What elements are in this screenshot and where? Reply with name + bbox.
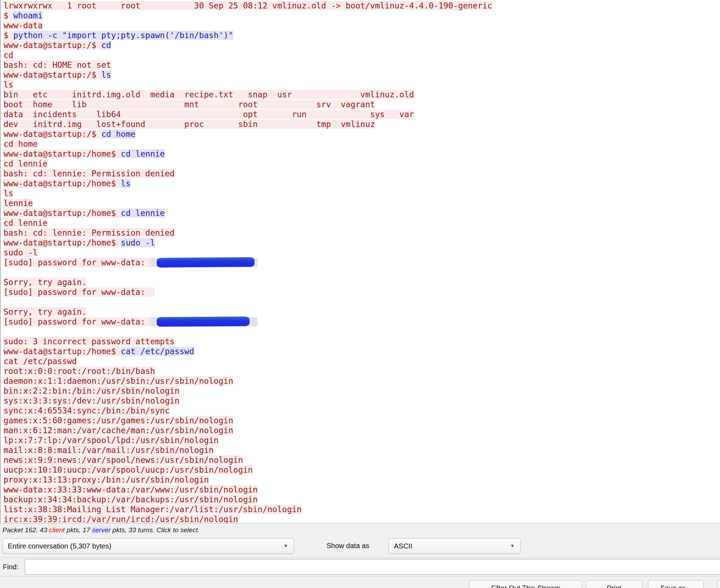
stream-line[interactable]: list:x:38:38:Mailing List Manager:/var/l… bbox=[4, 504, 720, 514]
stream-line[interactable]: games:x:5:60:games:/usr/games:/usr/sbin/… bbox=[4, 416, 720, 425]
dropdown-arrow-icon: ▼ bbox=[510, 543, 515, 548]
stream-line[interactable]: cd home bbox=[4, 139, 720, 149]
server-data-text: www-data:x:33:33:www-data:/var/www:/usr/… bbox=[4, 485, 258, 494]
server-data-text: bash: cd: HOME not set bbox=[4, 60, 111, 69]
server-data-text: www-data@startup:/home$ bbox=[4, 238, 121, 247]
save-as-button[interactable]: Save as... bbox=[648, 580, 704, 588]
stream-line[interactable]: cd lennie bbox=[4, 159, 720, 169]
redaction-bar bbox=[156, 257, 254, 267]
server-data-text: list:x:38:38:Mailing List Manager:/var/l… bbox=[4, 505, 302, 514]
server-data-text: cd home bbox=[4, 139, 38, 148]
server-data-text: man:x:6:12:man:/var/cache/man:/usr/sbin/… bbox=[4, 426, 233, 435]
server-data-text: cd bbox=[4, 50, 13, 60]
stream-line[interactable]: www-data@startup:/home$ cd lennie bbox=[4, 149, 720, 159]
print-button[interactable]: Print bbox=[586, 580, 642, 588]
stream-line[interactable]: man:x:6:12:man:/var/cache/man:/usr/sbin/… bbox=[4, 425, 720, 435]
server-data-text: backup:x:34:34:backup:/var/backups:/usr/… bbox=[4, 495, 258, 504]
stream-line[interactable]: $ python -c "import pty;pty.spawn('/bin/… bbox=[4, 30, 720, 40]
server-data-text: Sorry, try again. bbox=[4, 278, 86, 287]
stream-line[interactable]: www-data@startup:/home$ sudo -l bbox=[4, 238, 720, 248]
stream-line[interactable]: www-data@startup:/home$ cat /etc/passwd bbox=[4, 346, 720, 356]
stream-line[interactable]: data incidents lib64 opt run sys var bbox=[4, 109, 720, 119]
conversation-range-select[interactable]: Entire conversation (5,307 bytes) ▼ bbox=[2, 538, 294, 554]
stream-line[interactable]: Sorry, try again. bbox=[4, 307, 720, 317]
stream-line[interactable]: root:x:0:0:root:/root:/bin/bash bbox=[4, 366, 720, 376]
server-data-text: lrwxrwxrwx 1 root root 30 Sep 25 08:12 v… bbox=[4, 1, 492, 10]
stream-line[interactable]: www-data@startup:/$ cd bbox=[4, 40, 720, 50]
server-data-text: bash: cd: lennie: Permission denied bbox=[4, 228, 175, 237]
server-data-text: dev initrd.img lost+found proc sbin tmp … bbox=[4, 120, 375, 129]
stream-content[interactable]: lrwxrwxrwx 1 root root 30 Sep 25 08:12 v… bbox=[0, 0, 720, 523]
stream-line[interactable]: www-data@startup:/$ cd home bbox=[4, 129, 720, 139]
client-data-text: ls bbox=[121, 179, 131, 188]
server-data-text: data incidents lib64 opt run sys var bbox=[4, 110, 414, 119]
stream-line[interactable] bbox=[4, 327, 720, 337]
server-data-text: cd lennie bbox=[4, 159, 48, 168]
server-data-text: $ bbox=[4, 31, 13, 40]
stream-line[interactable]: news:x:9:9:news:/var/spool/news:/usr/sbi… bbox=[4, 455, 720, 465]
stream-line[interactable]: sys:x:3:3:sys:/dev:/usr/sbin/nologin bbox=[4, 396, 720, 406]
stream-line[interactable]: proxy:x:13:13:proxy:/bin:/usr/sbin/nolog… bbox=[4, 475, 720, 485]
stream-line[interactable]: cd bbox=[4, 50, 720, 60]
stream-line[interactable]: bin etc initrd.img.old media recipe.txt … bbox=[4, 90, 720, 99]
server-data-text: ls bbox=[4, 189, 13, 198]
stream-line[interactable]: cat /etc/passwd bbox=[4, 356, 720, 366]
stream-line[interactable] bbox=[4, 267, 720, 277]
follow-stream-footer: Packet 162. 43 client pkts, 17 server pk… bbox=[0, 523, 720, 588]
stream-line[interactable]: sudo -l bbox=[4, 248, 720, 257]
stream-line[interactable]: mail:x:8:8:mail:/var/mail:/usr/sbin/nolo… bbox=[4, 445, 720, 455]
stream-line[interactable]: backup:x:34:34:backup:/var/backups:/usr/… bbox=[4, 495, 720, 504]
server-data-text: bin:x:2:2:bin:/bin:/usr/sbin/nologin bbox=[4, 386, 180, 395]
stream-hint-text: pkts, 33 turns. Click to select. bbox=[110, 526, 199, 534]
find-label: Find: bbox=[3, 563, 18, 571]
server-data-text: [sudo] password for www-data: bbox=[4, 317, 150, 326]
stream-line[interactable] bbox=[4, 297, 720, 307]
stream-line[interactable]: www-data bbox=[4, 20, 720, 30]
client-data-text: sudo -l bbox=[121, 238, 155, 247]
server-data-text: uucp:x:10:10:uucp:/var/spool/uucp:/usr/s… bbox=[4, 465, 253, 474]
stream-line[interactable]: ls bbox=[4, 80, 720, 90]
server-data-text: www-data@startup:/$ bbox=[4, 70, 101, 79]
separator bbox=[0, 576, 720, 576]
stream-hint-server-word: server bbox=[92, 526, 111, 534]
stream-line[interactable]: ls bbox=[4, 188, 720, 198]
stream-line[interactable]: irc:x:39:39:ircd:/var/run/ircd:/usr/sbin… bbox=[4, 514, 720, 523]
stream-line[interactable]: www-data@startup:/home$ cd lennie bbox=[4, 208, 720, 218]
server-data-text: daemon:x:1:1:daemon:/usr/sbin:/usr/sbin/… bbox=[4, 376, 233, 386]
find-input[interactable] bbox=[25, 559, 720, 575]
server-data-text: www-data@startup:/home$ bbox=[4, 149, 121, 158]
server-data-text: root:x:0:0:root:/root:/bin/bash bbox=[4, 366, 155, 376]
stream-line[interactable]: bash: cd: lennie: Permission denied bbox=[4, 228, 720, 238]
stream-line[interactable]: $ whoami bbox=[4, 11, 720, 20]
stream-hint: Packet 162. 43 client pkts, 17 server pk… bbox=[2, 526, 200, 534]
stream-line[interactable]: lrwxrwxrwx 1 root root 30 Sep 25 08:12 v… bbox=[4, 1, 720, 11]
stream-line[interactable]: dev initrd.img lost+found proc sbin tmp … bbox=[4, 119, 720, 129]
stream-line[interactable]: [sudo] password for www-data: bbox=[4, 317, 720, 327]
server-data-text: cd lennie bbox=[4, 218, 48, 228]
stream-line[interactable]: bash: cd: lennie: Permission denied bbox=[4, 169, 720, 178]
show-data-as-value: ASCII bbox=[394, 542, 412, 550]
filter-out-stream-button[interactable]: Filter Out This Stream bbox=[469, 580, 582, 588]
server-data-text: www-data@startup:/$ bbox=[4, 129, 101, 139]
client-data-text: cd lennie bbox=[121, 149, 165, 158]
stream-line[interactable]: uucp:x:10:10:uucp:/var/spool/uucp:/usr/s… bbox=[4, 465, 720, 475]
show-data-as-select[interactable]: ASCII ▼ bbox=[389, 538, 521, 554]
stream-line[interactable]: lennie bbox=[4, 198, 720, 208]
stream-line[interactable]: Sorry, try again. bbox=[4, 277, 720, 287]
stream-line[interactable]: [sudo] password for www-data: bbox=[4, 257, 720, 267]
stream-line[interactable]: sudo: 3 incorrect password attempts bbox=[4, 337, 720, 346]
stream-line[interactable]: lp:x:7:7:lp:/var/spool/lpd:/usr/sbin/nol… bbox=[4, 435, 720, 445]
stream-line[interactable]: www-data:x:33:33:www-data:/var/www:/usr/… bbox=[4, 485, 720, 495]
stream-line[interactable]: www-data@startup:/home$ ls bbox=[4, 178, 720, 188]
stream-line[interactable]: www-data@startup:/$ ls bbox=[4, 70, 720, 80]
stream-line[interactable]: [sudo] password for www-data: bbox=[4, 287, 720, 297]
stream-line[interactable]: sync:x:4:65534:sync:/bin:/bin/sync bbox=[4, 406, 720, 416]
stream-line[interactable]: cd lennie bbox=[4, 218, 720, 228]
stream-line[interactable]: bash: cd: HOME not set bbox=[4, 60, 720, 70]
server-data-text: www-data bbox=[4, 21, 43, 30]
server-data-text: www-data@startup:/home$ bbox=[4, 179, 121, 188]
stream-line[interactable]: bin:x:2:2:bin:/bin:/usr/sbin/nologin bbox=[4, 386, 720, 396]
stream-line[interactable]: daemon:x:1:1:daemon:/usr/sbin:/usr/sbin/… bbox=[4, 376, 720, 386]
edge-button-partial[interactable] bbox=[717, 580, 720, 588]
stream-line[interactable]: boot home lib mnt root srv vagrant bbox=[4, 99, 720, 109]
